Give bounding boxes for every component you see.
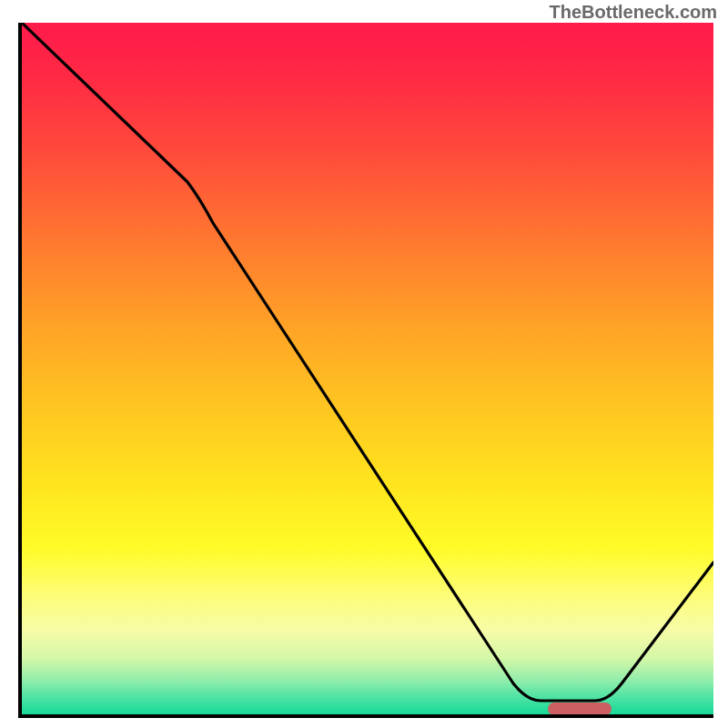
plot-area [18,23,713,718]
optimal-marker [548,703,612,715]
watermark-text: TheBottleneck.com [550,2,717,23]
curve-svg [22,23,713,714]
chart-container: TheBottleneck.com [0,0,728,728]
bottleneck-curve-path [22,23,713,701]
